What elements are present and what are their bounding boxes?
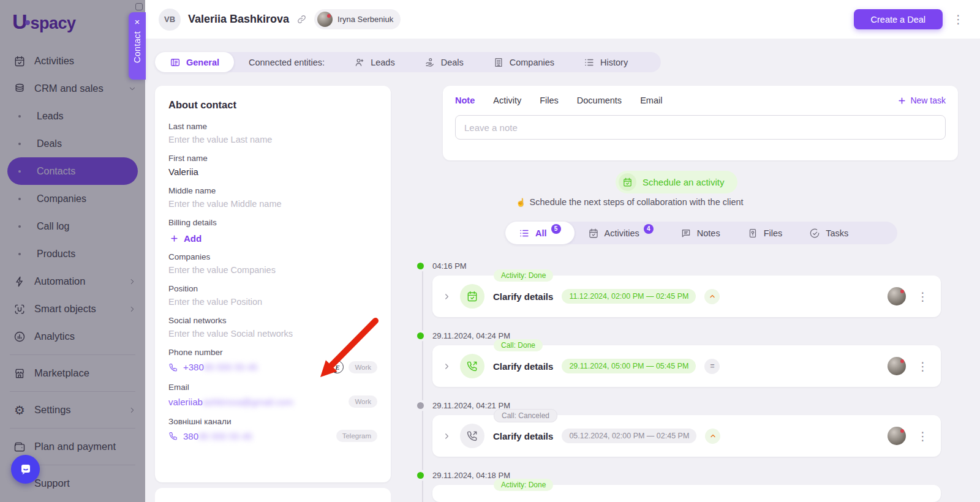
schedule-activity-button[interactable]: Schedule an activity [616,171,737,193]
composer-card: Note Activity Files Documents Email New … [443,86,958,160]
field-middle-name[interactable]: Middle name Enter the value Middle name [168,186,377,209]
status-tag: Call: Done [494,339,543,351]
field-placeholder[interactable]: Enter the value Last name [168,135,377,144]
tab-label: Leads [371,58,395,67]
field-social-networks[interactable]: Social networks Enter the value Social n… [168,316,377,339]
tab-history[interactable]: History [569,52,643,72]
field-billing-details: Billing details Add [168,218,377,250]
field-last-name[interactable]: Last name Enter the value Last name [168,122,377,144]
tab-note[interactable]: Note [455,96,475,105]
close-icon[interactable]: × [135,17,140,26]
activity-title: Clarify details [493,431,553,441]
external-channel-value[interactable]: 38095 555 55 45 [183,431,252,441]
card-menu-icon[interactable]: ⋮ [914,429,931,443]
filter-files[interactable]: Files [734,222,796,244]
schedule-activity-label: Schedule an activity [643,177,724,187]
card-menu-icon[interactable]: ⋮ [914,359,931,373]
activity-period-badge: 29.11.2024, 05:00 PM — 05:45 PM [562,359,696,373]
tab-email[interactable]: Email [640,96,662,105]
about-contact-card: About contact Last name Enter the value … [155,86,391,482]
card-menu-icon[interactable]: ⋮ [914,290,931,304]
link-icon[interactable] [296,14,307,24]
priority-up-icon[interactable] [704,289,720,304]
support-chat-button[interactable] [11,455,40,484]
filter-label: Notes [697,228,720,238]
expand-chevron-icon[interactable] [442,432,451,441]
tab-companies[interactable]: Companies [478,52,569,72]
modal-dim-overlay [0,0,145,502]
email-type-chip: Work [349,395,377,408]
add-billing-button[interactable]: Add [170,233,202,244]
phone-value[interactable]: +38095 555 55 45 [183,362,257,372]
timeline-card-call-canceled[interactable]: Call: Canceled Clarify details 05.12.202… [432,415,941,457]
priority-normal-icon[interactable]: = [704,359,720,374]
phone-icon [168,362,178,372]
timeline-dot [417,472,424,479]
email-value[interactable]: valeriiabashkirova@gmail.com [168,397,293,407]
chevron-down-icon[interactable] [888,228,897,238]
field-label: Last name [168,122,377,131]
new-task-button[interactable]: New task [897,96,946,105]
contact-detail-panel: VB Valeriia Bashkirova Iryna Serbeniuk C… [145,0,980,502]
tab-activity[interactable]: Activity [493,96,521,105]
contact-header: VB Valeriia Bashkirova Iryna Serbeniuk C… [145,0,980,39]
add-label: Add [184,233,202,244]
building-icon [493,57,504,68]
responsible-user-chip[interactable]: Iryna Serbeniuk [314,9,401,29]
list-icon [519,228,530,239]
priority-up-icon[interactable] [705,429,720,444]
filter-tasks[interactable]: Tasks [796,222,862,244]
expand-chevron-icon[interactable] [442,292,451,301]
contact-slideover-tab[interactable]: × Contact [129,12,146,80]
tab-leads[interactable]: Leads [339,52,410,72]
filter-label: Tasks [826,228,848,238]
assignee-avatar [888,427,906,445]
tab-general[interactable]: General [155,52,234,72]
note-input[interactable] [455,115,946,140]
expand-chevron-icon[interactable] [442,362,451,371]
tab-deals[interactable]: Deals [410,52,478,72]
channel-type-chip: Telegram [336,430,377,442]
timeline-dot [417,332,424,339]
calendar-check-icon [588,228,599,239]
timeline-card-partial[interactable]: Activity: Done [432,485,941,502]
timeline-card-call-done[interactable]: Call: Done Clarify details 29.11.2024, 0… [432,345,941,387]
new-task-label: New task [910,96,946,105]
field-value[interactable]: Valeriia [168,167,377,177]
field-placeholder[interactable]: Enter the value Companies [168,265,377,275]
tab-label: Connected entities: [249,58,325,67]
field-first-name[interactable]: First name Valeriia [168,154,377,177]
filter-activities[interactable]: Activities 4 [575,222,667,244]
field-position[interactable]: Position Enter the value Position [168,284,377,307]
tab-connected-entities[interactable]: Connected entities: [234,52,339,72]
sidebar: U spacy Activities CRM and sales Leads D… [0,0,145,502]
field-label: Companies [168,252,377,261]
more-menu-icon[interactable]: ⋮ [950,12,967,26]
field-label: Email [168,383,377,392]
chat-bubble-icon [18,462,33,477]
check-circle-icon [809,228,820,239]
responsible-user-name: Iryna Serbeniuk [337,15,393,24]
activity-calendar-icon [460,284,484,309]
field-placeholder[interactable]: Enter the value Position [168,297,377,307]
echat-channel-icon[interactable]: E [331,361,344,373]
filter-all[interactable]: All 5 [505,222,575,244]
tab-documents[interactable]: Documents [577,96,622,105]
status-tag: Call: Canceled [494,409,557,422]
field-placeholder[interactable]: Enter the value Social networks [168,329,377,339]
entity-tabbar: General Connected entities: Leads Deals … [155,52,661,72]
field-placeholder[interactable]: Enter the value Middle name [168,199,377,209]
tab-label: History [600,58,628,67]
filter-notes[interactable]: Notes [667,222,734,244]
field-label: Зовнішні канали [168,417,377,426]
calendar-icon [619,173,636,191]
id-card-icon [170,57,181,68]
filter-label: Activities [605,228,639,238]
tab-files[interactable]: Files [540,96,559,105]
timeline-card-activity[interactable]: Activity: Done Clarify details 11.12.202… [432,275,941,317]
plus-icon [170,234,179,243]
handshake-icon [424,57,435,68]
create-deal-button[interactable]: Create a Deal [854,9,943,29]
field-companies[interactable]: Companies Enter the value Companies [168,252,377,275]
composer-tabbar: Note Activity Files Documents Email New … [455,96,946,105]
